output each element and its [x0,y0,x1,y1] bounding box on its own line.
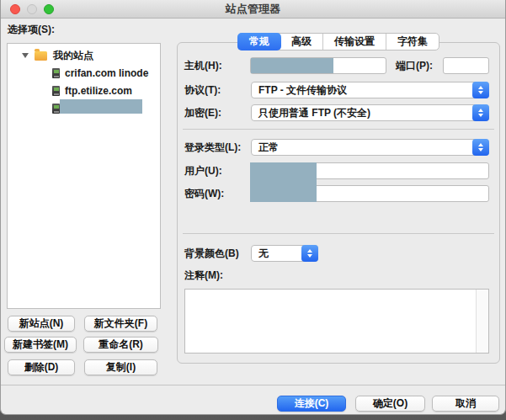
tree-item-selected-site[interactable] [8,100,60,117]
tab-charset[interactable]: 字符集 [386,34,439,50]
tab-general[interactable]: 常规 [237,33,281,51]
delete-button[interactable]: 删除(D) [8,359,75,375]
site-tree: 我的站点 crifan.com linode ftp.etilize.com [7,43,161,309]
tree-item-my-sites[interactable]: 我的站点 [8,47,93,64]
background-color-value: 无 [258,246,269,261]
ok-button[interactable]: 确定(O) [355,396,425,412]
separator [183,129,494,130]
rename-button[interactable]: 重命名(R) [83,337,158,353]
dropdown-stepper-icon [472,82,489,98]
site-manager-window: 站点管理器 选择项(S): 我的站点 crifan.com linode ftp… [0,0,506,415]
tab-advanced[interactable]: 高级 [280,34,322,50]
background-color-select[interactable]: 无 [251,245,318,262]
tab-transfer-settings[interactable]: 传输设置 [322,34,386,50]
duplicate-button[interactable]: 复制(I) [84,359,157,375]
tree-item-ftp-etilize[interactable]: ftp.etilize.com [8,82,132,99]
scrollbar-track[interactable] [476,290,488,353]
logon-type-label: 登录类型(L): [184,139,241,156]
credentials-redaction [250,162,317,202]
disclosure-triangle-icon[interactable] [22,53,29,58]
new-site-button[interactable]: 新站点(N) [8,316,75,332]
encryption-label: 加密(E): [184,104,221,121]
server-icon [52,104,60,114]
protocol-label: 协议(T): [184,82,221,98]
tab-bar: 常规 高级 传输设置 字符集 [177,33,500,51]
server-icon [52,86,60,96]
dropdown-stepper-icon [301,245,318,262]
encryption-value: 只使用普通 FTP (不安全) [258,105,370,120]
tree-item-crifan[interactable]: crifan.com linode [8,65,148,82]
titlebar: 站点管理器 [1,0,505,19]
connect-button[interactable]: 连接(C) [277,396,346,412]
host-label: 主机(H): [184,57,222,74]
comments-label: 注释(M): [184,267,223,284]
port-label: 端口(P): [396,57,433,74]
separator [183,233,494,234]
dropdown-stepper-icon [472,104,489,121]
port-input[interactable] [443,57,489,74]
window-title: 站点管理器 [1,0,505,19]
comments-textarea[interactable] [184,289,489,354]
tree-item-label: 我的站点 [53,49,93,63]
dropdown-stepper-icon [472,139,489,156]
protocol-value: FTP - 文件传输协议 [258,82,347,98]
password-label: 密码(W): [184,185,224,202]
encryption-select[interactable]: 只使用普通 FTP (不安全) [251,104,489,121]
host-redaction [251,58,333,73]
select-entry-label: 选择项(S): [8,23,55,37]
tree-item-label: ftp.etilize.com [65,85,132,97]
folder-icon [35,51,47,61]
new-folder-button[interactable]: 新文件夹(F) [84,316,157,332]
server-icon [52,68,60,78]
protocol-select[interactable]: FTP - 文件传输协议 [251,82,489,98]
logon-type-value: 正常 [258,140,279,155]
new-bookmark-button[interactable]: 新建书签(M) [4,337,77,353]
tree-item-label: crifan.com linode [65,67,148,79]
logon-type-select[interactable]: 正常 [251,139,489,156]
selected-site-redaction [60,99,142,114]
background-color-label: 背景颜色(B) [184,245,239,262]
cancel-button[interactable]: 取消 [432,396,499,412]
footer-separator [1,385,505,385]
user-label: 用户(U): [184,162,222,179]
